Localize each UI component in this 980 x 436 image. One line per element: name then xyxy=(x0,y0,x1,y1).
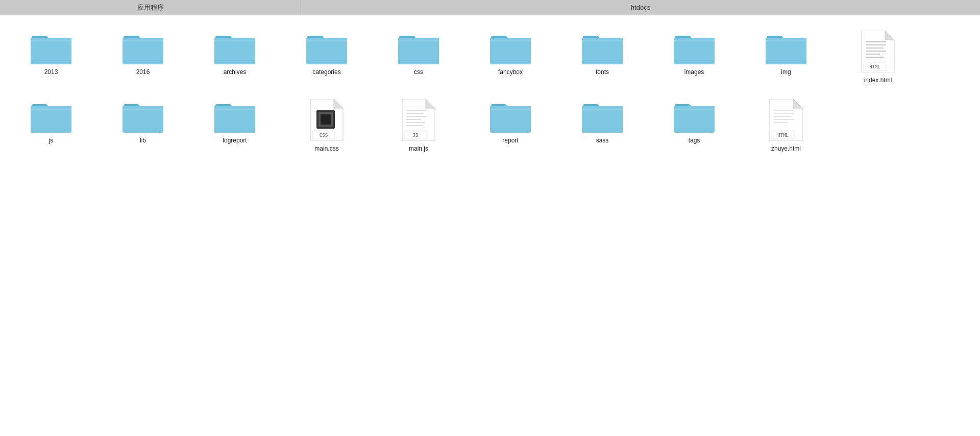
folder-icon xyxy=(398,31,439,64)
file-label: 2013 xyxy=(44,68,58,76)
svg-text:HTML: HTML xyxy=(869,64,880,69)
file-item[interactable]: css xyxy=(373,26,464,89)
folder-icon xyxy=(490,99,531,133)
file-label: fancybox xyxy=(498,68,523,76)
file-label: img xyxy=(781,68,791,76)
file-label: report xyxy=(502,137,518,144)
file-item[interactable]: img xyxy=(740,26,832,89)
file-item[interactable]: 2016 xyxy=(97,26,189,89)
file-label: main.js xyxy=(409,145,428,152)
toolbar-left-label: 应用程序 xyxy=(0,0,301,15)
file-item[interactable]: tags xyxy=(648,94,740,157)
file-item[interactable]: CSS main.css xyxy=(281,94,373,157)
folder-icon xyxy=(582,99,623,133)
svg-text:HTML: HTML xyxy=(777,133,789,138)
file-label: logreport xyxy=(223,137,247,144)
file-label: 2016 xyxy=(136,68,150,76)
folder-icon xyxy=(214,99,255,133)
file-label: sass xyxy=(596,137,609,144)
file-item[interactable]: categories xyxy=(281,26,373,89)
folder-icon xyxy=(766,31,806,64)
svg-text:CSS: CSS xyxy=(320,133,328,138)
folder-icon xyxy=(122,31,163,64)
file-label: css xyxy=(414,68,423,76)
svg-rect-58 xyxy=(321,114,331,125)
folder-icon xyxy=(674,31,715,64)
file-item[interactable]: JS main.js xyxy=(373,94,464,157)
file-label: tags xyxy=(689,137,700,144)
file-label: main.css xyxy=(314,145,338,152)
html-file-icon: HTML xyxy=(861,31,895,72)
folder-icon xyxy=(122,99,163,133)
file-label: lib xyxy=(140,137,146,144)
file-item[interactable]: images xyxy=(648,26,740,89)
file-label: fonts xyxy=(596,68,609,76)
folder-icon xyxy=(490,31,531,64)
folder-icon xyxy=(582,31,623,64)
folder-icon xyxy=(31,31,71,64)
folder-icon xyxy=(306,31,347,64)
file-item[interactable]: 2013 xyxy=(5,26,97,89)
file-label: zhuye.html xyxy=(771,145,801,152)
file-item[interactable]: archives xyxy=(189,26,281,89)
file-item[interactable]: fancybox xyxy=(464,26,556,89)
folder-icon xyxy=(674,99,715,133)
file-item[interactable]: HTML index.html xyxy=(832,26,924,89)
toolbar: 应用程序 htdocs xyxy=(0,0,980,15)
file-item[interactable]: js xyxy=(5,94,97,157)
folder-icon xyxy=(214,31,255,64)
file-item[interactable]: lib xyxy=(97,94,189,157)
css-file-icon: CSS xyxy=(309,99,344,141)
folder-icon xyxy=(31,99,71,133)
file-label: archives xyxy=(224,68,247,76)
toolbar-right-label: htdocs xyxy=(301,0,980,15)
file-label: images xyxy=(684,68,704,76)
js-file-icon: JS xyxy=(401,99,436,141)
file-item[interactable]: HTML zhuye.html xyxy=(740,94,832,157)
file-grid: 2013 2016 archives xyxy=(0,15,980,173)
file-label: categories xyxy=(312,68,340,76)
file-item[interactable]: sass xyxy=(556,94,648,157)
svg-text:JS: JS xyxy=(413,133,419,138)
file-label: index.html xyxy=(864,77,892,84)
file-label: js xyxy=(49,137,54,144)
html-file-icon: HTML xyxy=(769,99,803,141)
file-item[interactable]: report xyxy=(464,94,556,157)
file-item[interactable]: fonts xyxy=(556,26,648,89)
file-item[interactable]: logreport xyxy=(189,94,281,157)
